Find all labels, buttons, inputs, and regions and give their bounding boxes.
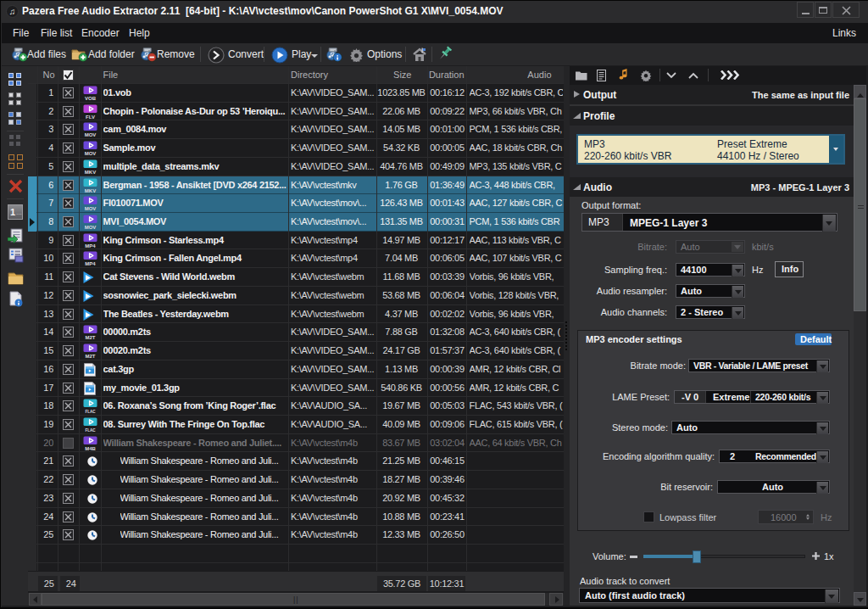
svg-text:FLAC: FLAC	[85, 428, 96, 432]
svg-text:VOB: VOB	[85, 96, 97, 100]
svg-text:MOV: MOV	[85, 132, 97, 137]
svg-text:MOV: MOV	[85, 151, 97, 155]
svg-text:MP4: MP4	[85, 261, 96, 265]
svg-text:FLAC: FLAC	[85, 410, 96, 413]
svg-text:M4B: M4B	[85, 445, 96, 450]
svg-text:MP4: MP4	[85, 243, 96, 248]
svg-text:MOV: MOV	[85, 225, 97, 229]
svg-text:M2T: M2T	[86, 335, 96, 339]
svg-text:FLV: FLV	[86, 115, 95, 119]
svg-text:M2T: M2T	[86, 354, 96, 358]
svg-text:MKV: MKV	[85, 170, 96, 174]
svg-text:MOV: MOV	[85, 206, 97, 210]
svg-text:MKV: MKV	[85, 187, 96, 192]
